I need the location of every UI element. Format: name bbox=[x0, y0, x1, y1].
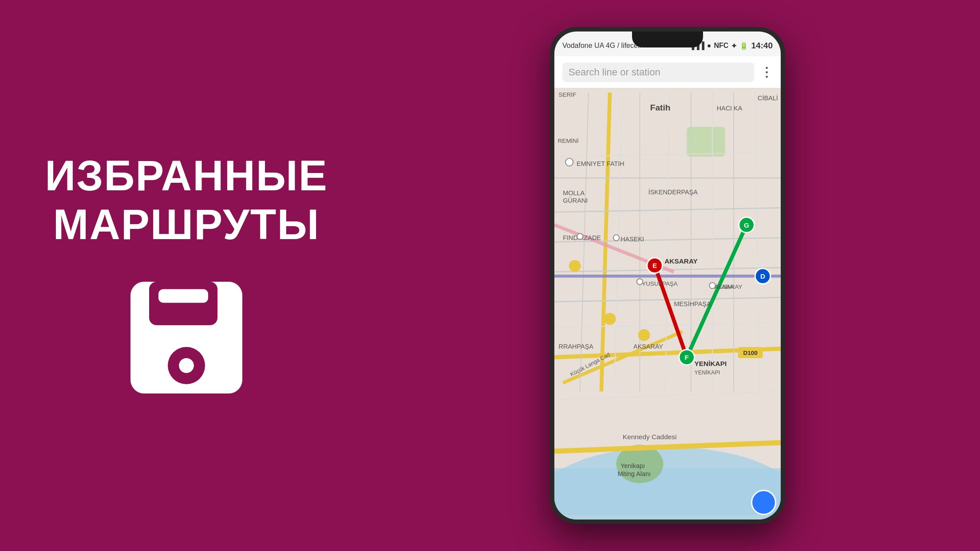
map-area: D100 Fatih EMNIYET FATIH MOLLA GÜRANI İS… bbox=[554, 88, 781, 520]
phone-notch bbox=[632, 31, 703, 47]
svg-text:F: F bbox=[685, 354, 689, 361]
headline: ИЗБРАННЫЕ МАРШРУТЫ bbox=[45, 151, 328, 249]
svg-point-76 bbox=[752, 491, 776, 515]
svg-text:D100: D100 bbox=[743, 350, 758, 356]
svg-text:E: E bbox=[652, 262, 657, 269]
more-options-icon[interactable]: ⋮ bbox=[760, 65, 773, 79]
svg-point-67 bbox=[569, 260, 581, 272]
battery-icon: 🔋 bbox=[739, 42, 748, 50]
svg-text:HASEKI: HASEKI bbox=[620, 236, 644, 243]
svg-text:Kennedy Caddesi: Kennedy Caddesi bbox=[623, 433, 676, 441]
svg-text:AKSARAY: AKSARAY bbox=[633, 343, 663, 350]
svg-text:MESİHPAŞA: MESİHPAŞA bbox=[674, 300, 711, 307]
svg-text:YENİKAPI: YENİKAPI bbox=[695, 370, 720, 376]
svg-text:SERİF: SERİF bbox=[559, 91, 577, 98]
headline-line2: МАРШРУТЫ bbox=[45, 200, 328, 249]
wifi-icon: ● bbox=[707, 42, 711, 50]
right-panel: Vodafone UA 4G / lifecell ▐▐▐ ● NFC ✦ 🔋 … bbox=[373, 0, 980, 551]
svg-point-60 bbox=[565, 158, 573, 166]
svg-text:HACI KA: HACI KA bbox=[717, 105, 743, 112]
search-input-area[interactable]: Search line or station bbox=[562, 63, 754, 82]
svg-point-4 bbox=[179, 358, 194, 374]
svg-text:YUSUFPAŞA: YUSUFPAŞA bbox=[642, 280, 678, 287]
svg-text:G: G bbox=[744, 221, 749, 229]
time-display: 14:40 bbox=[751, 41, 773, 51]
search-bar[interactable]: Search line or station ⋮ bbox=[554, 56, 781, 88]
svg-text:AKSARAY: AKSARAY bbox=[664, 257, 698, 265]
bluetooth-icon: ✦ bbox=[731, 42, 737, 50]
svg-text:Miting Alanı: Miting Alanı bbox=[617, 470, 651, 477]
status-icons: ▐▐▐ ● NFC ✦ 🔋 14:40 bbox=[689, 41, 773, 51]
map-svg: D100 Fatih EMNIYET FATIH MOLLA GÜRANI İS… bbox=[554, 88, 781, 520]
svg-text:İSKENDERPAŞA: İSKENDERPAŞA bbox=[648, 188, 698, 196]
svg-text:D: D bbox=[760, 272, 765, 280]
svg-rect-2 bbox=[158, 289, 208, 303]
svg-text:RRAHPAŞA: RRAHPAŞA bbox=[559, 343, 594, 350]
svg-point-63 bbox=[637, 279, 643, 284]
nfc-icon: NFC bbox=[714, 42, 729, 50]
svg-text:GÜRANI: GÜRANI bbox=[563, 197, 588, 204]
svg-rect-7 bbox=[554, 468, 781, 515]
floppy-disk-icon bbox=[124, 276, 249, 400]
svg-text:Yenikapı: Yenikapı bbox=[620, 462, 645, 469]
search-placeholder: Search line or station bbox=[569, 67, 660, 78]
svg-point-61 bbox=[577, 233, 583, 239]
svg-rect-8 bbox=[687, 127, 725, 157]
phone-frame: Vodafone UA 4G / lifecell ▐▐▐ ● NFC ✦ 🔋 … bbox=[550, 27, 785, 524]
svg-text:REMİNİ: REMİNİ bbox=[558, 138, 579, 144]
svg-text:CİBALİ: CİBALİ bbox=[758, 94, 778, 102]
left-panel: ИЗБРАННЫЕ МАРШРУТЫ bbox=[0, 0, 373, 551]
svg-point-65 bbox=[604, 313, 616, 325]
svg-text:Fatih: Fatih bbox=[650, 103, 671, 112]
svg-point-66 bbox=[638, 329, 650, 341]
svg-text:YENİKAPI: YENİKAPI bbox=[695, 360, 727, 367]
svg-point-62 bbox=[613, 235, 619, 240]
carrier-text: Vodafone UA 4G / lifecell bbox=[562, 42, 641, 50]
svg-rect-1 bbox=[149, 282, 217, 325]
svg-text:MOLLA: MOLLA bbox=[563, 189, 585, 197]
svg-point-64 bbox=[709, 283, 715, 288]
headline-line1: ИЗБРАННЫЕ bbox=[45, 151, 328, 200]
svg-text:EMNIYET FATIH: EMNIYET FATIH bbox=[577, 160, 624, 167]
